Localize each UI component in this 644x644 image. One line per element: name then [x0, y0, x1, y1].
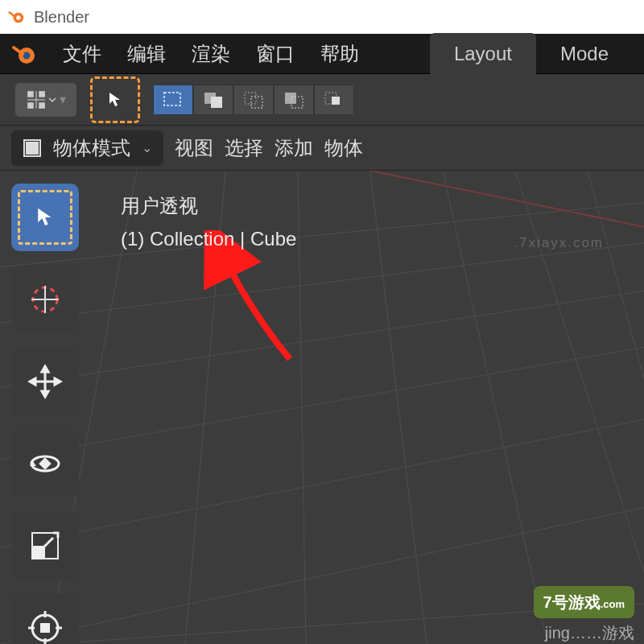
workspace-tab-layout[interactable]: Layout: [430, 33, 536, 75]
tool-move[interactable]: [11, 348, 79, 415]
menu-edit[interactable]: 编辑: [127, 41, 166, 67]
menu-select[interactable]: 选择: [225, 135, 263, 161]
svg-rect-6: [27, 102, 34, 109]
mode-label: 物体模式: [53, 135, 130, 161]
top-menubar: 文件 编辑 渲染 窗口 帮助 Layout Mode: [0, 34, 644, 74]
chevron-down-icon: ⌄: [142, 140, 152, 155]
svg-rect-43: [40, 459, 49, 468]
svg-rect-12: [211, 97, 222, 108]
viewport-overlay-text: 用户透视 (1) Collection | Cube: [121, 190, 296, 256]
select-mode-subtract[interactable]: [233, 85, 274, 115]
svg-rect-48: [40, 623, 50, 633]
svg-rect-4: [27, 91, 34, 97]
svg-rect-10: [164, 93, 180, 105]
window-title: Blender: [34, 8, 89, 27]
svg-rect-13: [245, 93, 256, 104]
viewport-header: 物体模式 ⌄ 视图 选择 添加 物体: [0, 126, 644, 171]
select-tool-button[interactable]: [96, 82, 134, 118]
tool-settings-bar: ▾: [0, 74, 644, 126]
svg-rect-14: [251, 97, 262, 108]
menu-file[interactable]: 文件: [63, 41, 101, 67]
tool-rotate[interactable]: [11, 430, 79, 497]
svg-rect-15: [285, 93, 296, 104]
watermark: 7号游戏.com jing……游戏: [534, 586, 634, 644]
menu-object[interactable]: 物体: [324, 135, 363, 161]
blender-icon[interactable]: [11, 41, 37, 67]
chevron-down-icon: [48, 96, 56, 104]
mode-dropdown[interactable]: 物体模式 ⌄: [11, 130, 163, 166]
svg-line-46: [39, 538, 53, 552]
tool-transform[interactable]: [11, 594, 79, 644]
corner-watermark: .7xiayx.com: [514, 235, 604, 251]
watermark-line2: jing……游戏: [534, 621, 634, 644]
select-mode-group: [153, 85, 354, 115]
menu-render[interactable]: 渲染: [192, 41, 230, 67]
tool-cursor[interactable]: [11, 266, 79, 333]
svg-point-1: [16, 15, 21, 20]
viewport-3d[interactable]: 用户透视 (1) Collection | Cube .7x: [0, 171, 644, 644]
blender-logo-icon: [8, 8, 26, 26]
overlay-collection: (1) Collection | Cube: [121, 223, 296, 256]
workspace-tabs: Layout Mode: [430, 33, 633, 75]
menu-window[interactable]: 窗口: [256, 41, 295, 67]
app-frame: 文件 编辑 渲染 窗口 帮助 Layout Mode ▾: [0, 34, 644, 644]
select-mode-intersect[interactable]: [314, 85, 354, 115]
tool-scale[interactable]: [11, 512, 79, 580]
menu-help[interactable]: 帮助: [320, 41, 359, 67]
svg-rect-19: [26, 142, 39, 155]
svg-point-3: [23, 52, 31, 59]
window-titlebar: Blender: [0, 0, 644, 34]
select-mode-extend[interactable]: [193, 85, 233, 115]
svg-rect-18: [332, 97, 340, 105]
toolbar-left: [11, 184, 79, 644]
svg-rect-5: [39, 91, 45, 97]
menu-view[interactable]: 视图: [175, 135, 213, 161]
overlay-perspective: 用户透视: [121, 190, 296, 223]
select-box-tool-highlight: [90, 76, 140, 123]
menu-add[interactable]: 添加: [275, 135, 313, 161]
snap-dropdown[interactable]: ▾: [14, 82, 77, 118]
object-mode-icon: [23, 138, 42, 158]
select-mode-new[interactable]: [153, 85, 193, 115]
svg-rect-7: [39, 102, 45, 109]
watermark-badge: 7号游戏.com: [534, 586, 634, 618]
select-mode-invert[interactable]: [274, 85, 314, 115]
tool-select-box[interactable]: [11, 184, 79, 251]
workspace-tab-modeling[interactable]: Mode: [536, 33, 633, 75]
